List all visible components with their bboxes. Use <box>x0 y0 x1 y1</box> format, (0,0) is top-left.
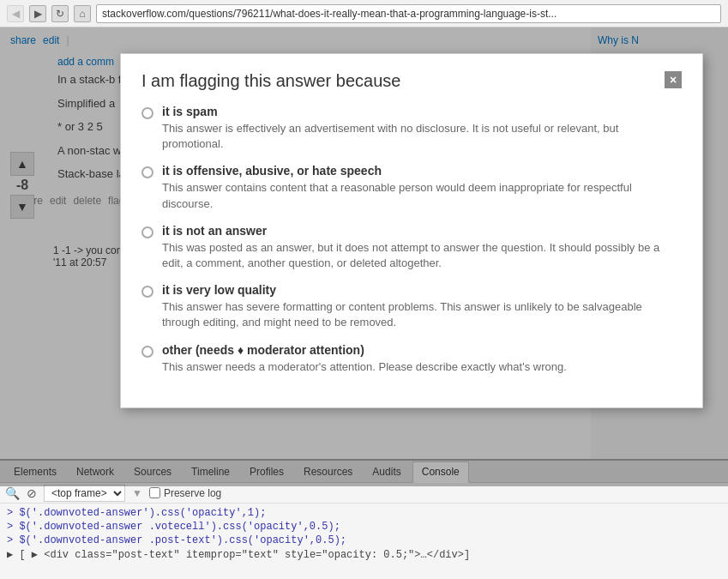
console-output: > $('.downvoted-answer').css('opacity',1… <box>0 504 728 564</box>
not-answer-option-text: it is not an answer This was posted as a… <box>162 224 682 271</box>
browser-chrome: ◀ ▶ ↻ ⌂ stackoverflow.com/questions/7962… <box>0 0 728 27</box>
modal-header: I am flagging this answer because × <box>141 71 682 91</box>
offensive-radio[interactable] <box>141 166 153 178</box>
modal-close-button[interactable]: × <box>665 71 682 88</box>
low-quality-label: it is very low quality <box>162 283 682 297</box>
other-label: other (needs ♦ moderator attention) <box>162 343 567 357</box>
preserve-log-label: Preserve log <box>149 487 221 499</box>
flag-option-not-answer: it is not an answer This was posted as a… <box>141 224 682 271</box>
offensive-label: it is offensive, abusive, or hate speech <box>162 164 682 178</box>
flag-option-other: other (needs ♦ moderator attention) This… <box>141 343 682 375</box>
url-text: stackoverflow.com/questions/796211/what-… <box>102 8 557 20</box>
preserve-log-checkbox[interactable] <box>149 487 160 498</box>
offensive-option-text: it is offensive, abusive, or hate speech… <box>162 164 682 211</box>
not-answer-radio[interactable] <box>141 226 153 238</box>
low-quality-radio[interactable] <box>141 286 153 298</box>
low-quality-option-text: it is very low quality This answer has s… <box>162 283 682 330</box>
spam-desc: This answer is effectively an advertisem… <box>162 121 682 152</box>
back-button[interactable]: ◀ <box>7 5 24 22</box>
address-bar[interactable]: stackoverflow.com/questions/796211/what-… <box>96 4 721 23</box>
flag-option-offensive: it is offensive, abusive, or hate speech… <box>141 164 682 211</box>
spam-option-text: it is spam This answer is effectively an… <box>162 105 682 152</box>
not-answer-label: it is not an answer <box>162 224 682 238</box>
spam-label: it is spam <box>162 105 682 118</box>
console-line-1: > $('.downvoted-answer').css('opacity',1… <box>7 507 721 519</box>
not-answer-desc: This was posted as an answer, but it doe… <box>162 240 682 271</box>
refresh-button[interactable]: ↻ <box>51 5 69 22</box>
other-radio[interactable] <box>141 346 153 358</box>
offensive-desc: This answer contains content that a reas… <box>162 180 682 211</box>
console-line-4[interactable]: ▶ [ ▶ <div class="post-text" itemprop="t… <box>7 548 721 561</box>
flag-option-spam: it is spam This answer is effectively an… <box>141 105 682 152</box>
filter-icon[interactable]: ⊘ <box>27 486 37 500</box>
modal-title: I am flagging this answer because <box>141 71 400 91</box>
flag-option-low-quality: it is very low quality This answer has s… <box>141 283 682 330</box>
flag-modal: I am flagging this answer because × it i… <box>120 53 703 408</box>
console-line-2: > $('.downvoted-answer .votecell').css('… <box>7 521 721 533</box>
console-line-3: > $('.downvoted-answer .post-text').css(… <box>7 534 721 546</box>
frame-select[interactable]: <top frame> <box>44 485 125 502</box>
home-button[interactable]: ⌂ <box>74 5 91 22</box>
search-icon[interactable]: 🔍 <box>5 486 20 500</box>
forward-button[interactable]: ▶ <box>29 5 46 22</box>
other-option-text: other (needs ♦ moderator attention) This… <box>162 343 567 375</box>
page-content: share edit | ▲ -8 ▼ add a comm In a stac… <box>0 27 728 486</box>
other-desc: This answer needs a moderator's attentio… <box>162 359 567 375</box>
spam-radio[interactable] <box>141 107 153 119</box>
low-quality-desc: This answer has severe formatting or con… <box>162 299 682 330</box>
